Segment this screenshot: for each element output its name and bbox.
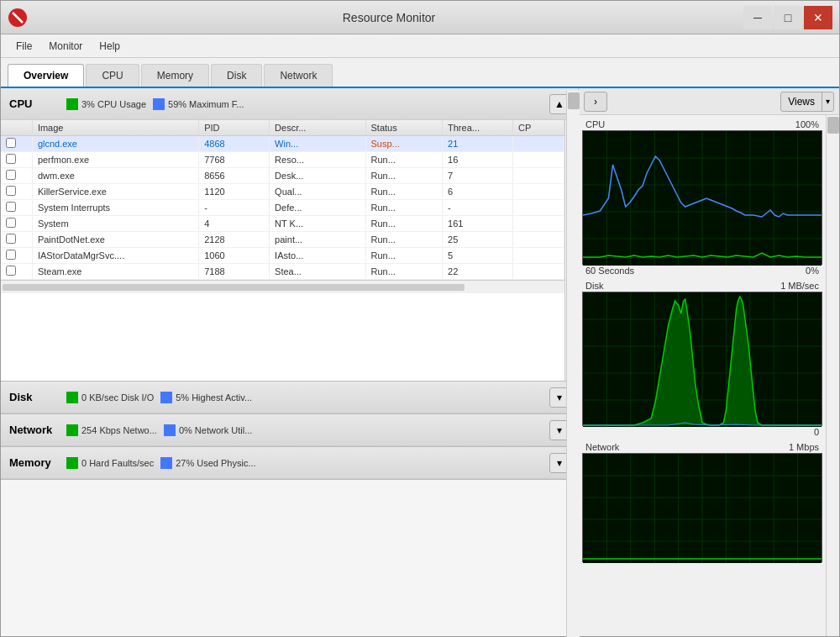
row-checkbox[interactable] bbox=[6, 154, 16, 164]
row-status: Run... bbox=[365, 248, 443, 264]
row-pid: 7188 bbox=[199, 264, 270, 280]
row-checkbox-cell[interactable] bbox=[1, 184, 32, 200]
tab-memory[interactable]: Memory bbox=[141, 64, 209, 87]
row-checkbox[interactable] bbox=[6, 234, 16, 244]
table-scroll-horizontal[interactable]: › bbox=[1, 280, 578, 293]
col-header-desc[interactable]: Descr... bbox=[270, 120, 365, 136]
table-row[interactable]: Steam.exe7188Stea...Run...22 bbox=[1, 264, 564, 280]
row-desc: Qual... bbox=[270, 184, 365, 200]
menu-help[interactable]: Help bbox=[91, 37, 129, 55]
network-section: Network 254 Kbps Netwo... 0% Network Uti… bbox=[1, 414, 578, 447]
table-row[interactable]: dwm.exe8656Desk...Run...7 bbox=[1, 168, 564, 184]
network-title: Network bbox=[9, 424, 60, 436]
disk-section: Disk 0 KB/sec Disk I/O 5% Highest Activ.… bbox=[1, 382, 578, 414]
row-cpu bbox=[512, 168, 564, 184]
row-checkbox[interactable] bbox=[6, 186, 16, 196]
table-row[interactable]: IAStorDataMgrSvc....1060IAsto...Run...5 bbox=[1, 248, 564, 264]
row-checkbox-cell[interactable] bbox=[1, 152, 32, 168]
col-header-threads[interactable]: Threa... bbox=[443, 120, 513, 136]
views-button[interactable]: Views ▾ bbox=[780, 92, 834, 112]
col-header-image[interactable]: Image bbox=[32, 120, 198, 136]
maximize-button[interactable]: □ bbox=[774, 6, 802, 29]
row-checkbox-cell[interactable] bbox=[1, 136, 32, 152]
tab-overview[interactable]: Overview bbox=[8, 64, 84, 87]
memory-section-header[interactable]: Memory 0 Hard Faults/sec 27% Used Physic… bbox=[1, 447, 578, 479]
cpu-section-header[interactable]: CPU 3% CPU Usage 59% Maximum F... ▲ bbox=[1, 88, 578, 120]
row-checkbox[interactable] bbox=[6, 266, 16, 276]
memory-stat2-text: 27% Used Physic... bbox=[176, 458, 255, 468]
row-image: PaintDotNet.exe bbox=[32, 232, 198, 248]
row-desc: Reso... bbox=[270, 152, 365, 168]
disk-chart-top-labels: Disk 1 MB/sec bbox=[582, 280, 822, 292]
col-header-pid[interactable]: PID bbox=[199, 120, 270, 136]
cpu-chart bbox=[582, 130, 822, 265]
row-checkbox[interactable] bbox=[6, 138, 16, 148]
row-checkbox-cell[interactable] bbox=[1, 168, 32, 184]
table-row[interactable]: glcnd.exe4868Win...Susp...21 bbox=[1, 136, 564, 152]
col-header-status[interactable]: Status bbox=[365, 120, 443, 136]
window-controls: ─ □ ✕ bbox=[743, 6, 832, 29]
tab-network[interactable]: Network bbox=[264, 64, 333, 87]
cpu-section: CPU 3% CPU Usage 59% Maximum F... ▲ bbox=[1, 88, 578, 382]
cpu-table-container: Image PID Descr... Status Threa... CP gl… bbox=[1, 120, 578, 381]
table-row[interactable]: PaintDotNet.exe2128paint...Run...25 bbox=[1, 232, 564, 248]
main-content: CPU 3% CPU Usage 59% Maximum F... ▲ bbox=[1, 88, 839, 636]
close-button[interactable]: ✕ bbox=[804, 6, 832, 29]
row-checkbox[interactable] bbox=[6, 250, 16, 260]
row-checkbox-cell[interactable] bbox=[1, 216, 32, 232]
network-stat2-text: 0% Network Util... bbox=[179, 425, 252, 435]
row-pid: 4 bbox=[199, 216, 270, 232]
tab-disk[interactable]: Disk bbox=[211, 64, 262, 87]
row-cpu bbox=[512, 264, 564, 280]
row-cpu bbox=[512, 232, 564, 248]
left-panel-scrollbar[interactable] bbox=[566, 91, 579, 636]
cpu-stat2-icon bbox=[153, 98, 165, 110]
row-desc: Stea... bbox=[270, 264, 365, 280]
row-checkbox[interactable] bbox=[6, 218, 16, 228]
menu-file[interactable]: File bbox=[8, 37, 40, 55]
row-status: Run... bbox=[365, 184, 443, 200]
memory-stat1: 0 Hard Faults/sec bbox=[66, 457, 154, 469]
network-stat2: 0% Network Util... bbox=[164, 424, 252, 436]
minimize-button[interactable]: ─ bbox=[743, 6, 772, 29]
row-status: Run... bbox=[365, 264, 443, 280]
row-cpu bbox=[512, 136, 564, 152]
tab-cpu[interactable]: CPU bbox=[86, 64, 139, 87]
memory-stat2-icon bbox=[160, 457, 172, 469]
network-chart-top-labels: Network 1 Mbps bbox=[582, 441, 822, 453]
network-section-header[interactable]: Network 254 Kbps Netwo... 0% Network Uti… bbox=[1, 414, 578, 446]
disk-chart bbox=[582, 292, 822, 426]
row-status: Run... bbox=[365, 200, 443, 216]
menu-monitor[interactable]: Monitor bbox=[40, 37, 91, 55]
table-row[interactable]: perfmon.exe7768Reso...Run...16 bbox=[1, 152, 564, 168]
disk-chart-wrapper: Disk 1 MB/sec bbox=[582, 280, 822, 438]
row-status: Susp... bbox=[365, 136, 443, 152]
row-checkbox-cell[interactable] bbox=[1, 248, 32, 264]
row-threads: 22 bbox=[443, 264, 513, 280]
row-desc: NT K... bbox=[270, 216, 365, 232]
charts-and-scrollbar: CPU 100% bbox=[579, 115, 839, 636]
row-image: perfmon.exe bbox=[32, 152, 198, 168]
disk-chart-bottom-labels: 0 bbox=[582, 426, 822, 438]
table-row[interactable]: KillerService.exe1120Qual...Run...6 bbox=[1, 184, 564, 200]
disk-section-header[interactable]: Disk 0 KB/sec Disk I/O 5% Highest Activ.… bbox=[1, 382, 578, 413]
views-label: Views bbox=[781, 96, 822, 108]
col-header-check[interactable] bbox=[1, 120, 32, 136]
row-checkbox-cell[interactable] bbox=[1, 264, 32, 280]
col-header-cpu[interactable]: CP bbox=[512, 120, 564, 136]
right-panel-scrollbar[interactable] bbox=[826, 115, 839, 636]
network-chart-label-right: 1 Mbps bbox=[789, 442, 819, 452]
table-row[interactable]: System4NT K...Run...161 bbox=[1, 216, 564, 232]
row-image: dwm.exe bbox=[32, 168, 198, 184]
row-image: System Interrupts bbox=[32, 200, 198, 216]
table-row[interactable]: System Interrupts-Defe...Run...- bbox=[1, 200, 564, 216]
row-checkbox[interactable] bbox=[6, 202, 16, 212]
collapsed-sections: Disk 0 KB/sec Disk I/O 5% Highest Activ.… bbox=[1, 382, 578, 480]
row-pid: 7768 bbox=[199, 152, 270, 168]
row-checkbox-cell[interactable] bbox=[1, 232, 32, 248]
row-checkbox[interactable] bbox=[6, 170, 16, 180]
right-expand-button[interactable]: › bbox=[584, 92, 607, 112]
row-checkbox-cell[interactable] bbox=[1, 200, 32, 216]
memory-stat1-icon bbox=[66, 457, 78, 469]
network-stat1-icon bbox=[66, 424, 78, 436]
